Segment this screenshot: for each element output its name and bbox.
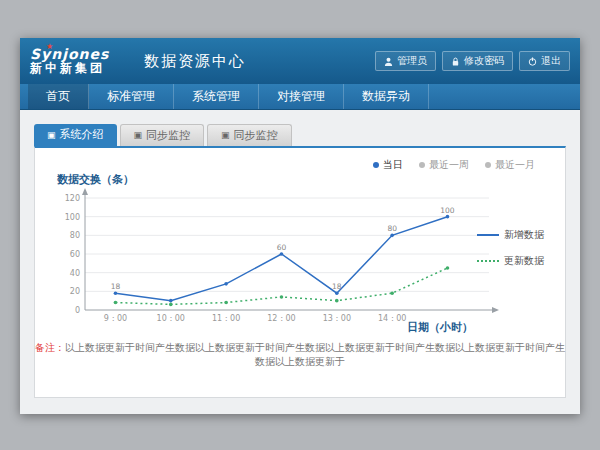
solid-line-icon	[477, 234, 499, 236]
filter-last-month[interactable]: 最近一月	[485, 158, 535, 172]
svg-text:18: 18	[332, 282, 342, 291]
window-icon: ▣	[47, 124, 56, 146]
line-chart: 0204060801001209：0010：0011：0012：0013：001…	[55, 188, 505, 328]
page-title: 数据资源中心	[144, 52, 246, 71]
tab-bar: ▣ 系统介绍 ▣ 同步监控 ▣ 同步监控	[34, 124, 566, 146]
change-password-button[interactable]: 修改密码	[442, 51, 513, 71]
svg-text:10：00: 10：00	[157, 314, 185, 323]
tab-sync-monitor-1-label: 同步监控	[146, 125, 190, 146]
star-icon: ★	[46, 43, 53, 52]
brand-company-name: 新中新集团	[30, 62, 126, 75]
legend-item-updated-data[interactable]: 更新数据	[477, 254, 555, 268]
y-axis-title: 数据交换（条）	[57, 172, 134, 187]
svg-text:9：00: 9：00	[104, 314, 127, 323]
svg-text:14：00: 14：00	[378, 314, 406, 323]
main-nav: 首页 标准管理 系统管理 对接管理 数据异动	[20, 84, 580, 110]
footnote-text: 以上数据更新于时间产生数据以上数据更新于时间产生数据以上数据更新于时间产生数据以…	[65, 342, 565, 367]
svg-text:12：00: 12：00	[267, 314, 295, 323]
svg-text:80: 80	[387, 224, 397, 233]
tab-sync-monitor-2-label: 同步监控	[234, 125, 278, 146]
filter-last-week[interactable]: 最近一周	[419, 158, 469, 172]
footnote-label: 备注：	[35, 342, 65, 353]
legend-item-new-data[interactable]: 新增数据	[477, 228, 555, 242]
tab-system-intro[interactable]: ▣ 系统介绍	[34, 124, 117, 146]
change-password-label: 修改密码	[464, 54, 504, 68]
radio-dot-icon	[373, 162, 379, 168]
nav-item-system-mgmt[interactable]: 系统管理	[174, 84, 259, 109]
nav-item-standard-mgmt[interactable]: 标准管理	[89, 84, 174, 109]
nav-item-data-change[interactable]: 数据异动	[344, 84, 429, 109]
chart-legend: 新增数据 更新数据	[477, 228, 555, 280]
legend-new-data-label: 新增数据	[504, 228, 544, 242]
logout-label: 退出	[541, 54, 561, 68]
filter-today[interactable]: 当日	[373, 158, 403, 172]
window-icon: ▣	[134, 125, 143, 146]
filter-last-month-label: 最近一月	[495, 158, 535, 172]
window-icon: ▣	[221, 125, 230, 146]
svg-text:40: 40	[70, 269, 80, 278]
svg-text:20: 20	[70, 287, 80, 296]
svg-text:18: 18	[111, 282, 121, 291]
svg-text:100: 100	[65, 213, 80, 222]
radio-dot-icon	[485, 162, 491, 168]
radio-dot-icon	[419, 162, 425, 168]
app-window: Synjones ★ 新中新集团 数据资源中心 管理员 修改密码 退出 首页 标…	[20, 38, 580, 414]
dotted-line-icon	[477, 260, 499, 262]
lock-icon	[451, 57, 460, 66]
filter-last-week-label: 最近一周	[429, 158, 469, 172]
content-area: ▣ 系统介绍 ▣ 同步监控 ▣ 同步监控 当日 最近一周	[20, 110, 580, 414]
svg-text:0: 0	[75, 306, 80, 315]
admin-user-button[interactable]: 管理员	[375, 51, 436, 71]
svg-text:60: 60	[70, 250, 80, 259]
app-header: Synjones ★ 新中新集团 数据资源中心 管理员 修改密码 退出	[20, 38, 580, 84]
brand-logo: Synjones ★ 新中新集团	[30, 47, 126, 76]
nav-item-integration-mgmt[interactable]: 对接管理	[259, 84, 344, 109]
tab-sync-monitor-2[interactable]: ▣ 同步监控	[207, 124, 292, 146]
header-actions: 管理员 修改密码 退出	[375, 51, 570, 71]
svg-text:80: 80	[70, 231, 80, 240]
x-axis-title: 日期（小时）	[407, 320, 473, 335]
nav-item-home[interactable]: 首页	[28, 84, 89, 109]
logout-icon	[528, 57, 537, 66]
brand-logo-text: Synjones	[30, 47, 126, 62]
svg-text:13：00: 13：00	[323, 314, 351, 323]
svg-text:60: 60	[277, 243, 287, 252]
chart-panel: 当日 最近一周 最近一月 数据交换（条） 0204060801001209：00…	[34, 146, 566, 398]
admin-user-label: 管理员	[397, 54, 427, 68]
time-range-filters: 当日 最近一周 最近一月	[373, 158, 535, 172]
legend-updated-data-label: 更新数据	[504, 254, 544, 268]
tab-system-intro-label: 系统介绍	[60, 124, 104, 146]
user-icon	[384, 57, 393, 66]
filter-today-label: 当日	[383, 158, 403, 172]
logout-button[interactable]: 退出	[519, 51, 570, 71]
svg-text:11：00: 11：00	[212, 314, 240, 323]
tab-sync-monitor-1[interactable]: ▣ 同步监控	[120, 124, 205, 146]
svg-text:100: 100	[440, 206, 455, 215]
svg-text:120: 120	[65, 194, 80, 203]
footnote: 备注：以上数据更新于时间产生数据以上数据更新于时间产生数据以上数据更新于时间产生…	[35, 341, 565, 369]
